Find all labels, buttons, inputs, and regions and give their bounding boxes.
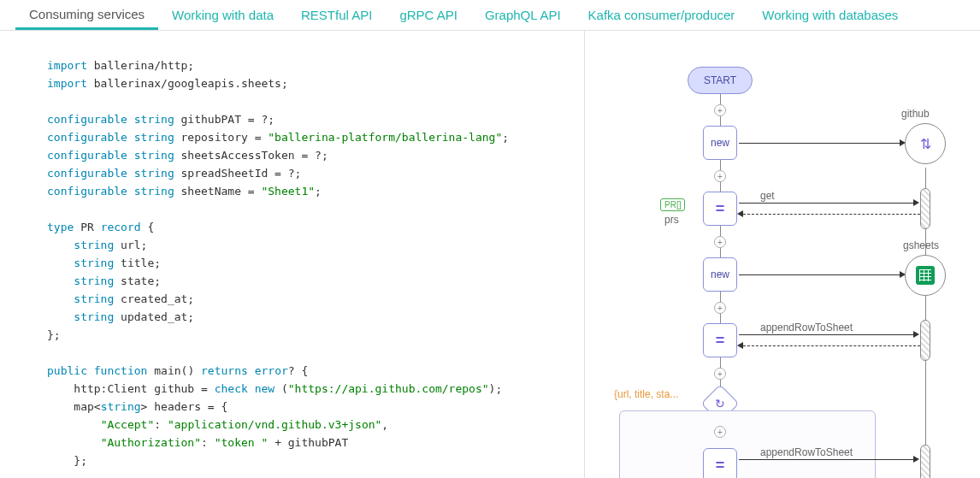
new-node-2[interactable]: new (703, 257, 737, 292)
new-node-1[interactable]: new (703, 126, 737, 160)
activation-bar (920, 445, 930, 478)
activation-bar (920, 188, 930, 229)
connector-line (739, 203, 915, 204)
gsheets-endpoint[interactable] (905, 255, 946, 296)
github-icon: ⇅ (920, 136, 931, 152)
github-endpoint[interactable]: ⇅ (905, 123, 946, 164)
diagram-pane: START + new github ⇅ + = PR[] prs get + … (585, 31, 980, 478)
code-pane: import ballerina/http; import ballerinax… (0, 31, 585, 478)
connector-line (739, 334, 915, 335)
prs-label: prs (664, 214, 679, 226)
activation-bar (920, 320, 930, 361)
arrow-right-icon (913, 456, 919, 463)
tab-databases[interactable]: Working with databases (748, 0, 912, 30)
connector-line (739, 143, 901, 144)
main-content: import ballerina/http; import ballerinax… (0, 31, 980, 478)
plus-icon[interactable]: + (714, 236, 726, 248)
arrow-right-icon (913, 331, 919, 338)
start-node[interactable]: START (688, 67, 753, 94)
sheets-icon (916, 266, 935, 285)
plus-icon[interactable]: + (714, 170, 726, 182)
tab-bar: Consuming services Working with data RES… (0, 0, 980, 31)
github-label: github (901, 108, 930, 120)
arrow-left-icon (737, 342, 743, 349)
connector-dashed (739, 214, 920, 215)
plus-icon[interactable]: + (714, 104, 726, 116)
arrow-right-icon (913, 199, 919, 206)
arrow-left-icon (737, 210, 743, 217)
foreach-label: {url, title, sta... (614, 388, 678, 400)
code-block: import ballerina/http; import ballerinax… (47, 56, 550, 469)
plus-icon[interactable]: + (714, 302, 726, 314)
foreach-body (619, 410, 876, 478)
tab-consuming-services[interactable]: Consuming services (15, 0, 158, 30)
assign-node-2[interactable]: = (703, 323, 737, 357)
assign-node-3[interactable]: = (703, 448, 737, 478)
append-label-2: appendRowToSheet (760, 446, 853, 458)
tab-kafka[interactable]: Kafka consumer/producer (575, 0, 749, 30)
assign-node-1[interactable]: = (703, 192, 737, 226)
type-tag: PR[] (660, 198, 685, 211)
tab-grpc-api[interactable]: gRPC API (386, 0, 471, 30)
connector-line (739, 274, 901, 275)
tab-graphql-api[interactable]: GraphQL API (471, 0, 575, 30)
plus-icon[interactable]: + (714, 368, 726, 380)
get-label: get (760, 190, 775, 202)
gsheets-label: gsheets (903, 239, 939, 251)
connector-line (739, 459, 915, 460)
tab-restful-api[interactable]: RESTful API (287, 0, 386, 30)
plus-icon[interactable]: + (714, 426, 726, 438)
connector-dashed (739, 345, 920, 346)
tab-working-with-data[interactable]: Working with data (158, 0, 287, 30)
append-label: appendRowToSheet (760, 322, 853, 333)
